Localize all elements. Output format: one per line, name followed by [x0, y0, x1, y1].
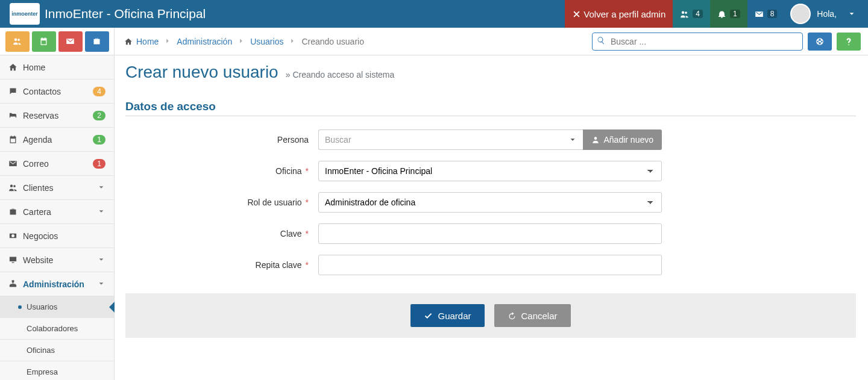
sidebar-label: Website — [23, 255, 97, 265]
sidebar-label: Negocios — [23, 231, 105, 241]
sidebar-sub-usuarios[interactable]: Usuarios — [0, 296, 114, 318]
mail-badge: 8 — [767, 10, 778, 18]
chevron-down-icon — [97, 255, 105, 264]
sidebar-item-correo[interactable]: Correo 1 — [0, 152, 114, 176]
rol-select[interactable]: Administrador de oficina — [318, 192, 662, 213]
bell-icon — [717, 10, 726, 19]
sidebar-item-negocios[interactable]: Negocios — [0, 224, 114, 248]
sidebar-label: Contactos — [23, 87, 93, 96]
cancel-button[interactable]: Cancelar — [494, 304, 571, 327]
screen-icon — [8, 255, 17, 264]
quick-mail-button[interactable] — [58, 31, 83, 52]
sidebar-item-website[interactable]: Website — [0, 248, 114, 272]
users-icon — [13, 37, 22, 46]
sidebar-sub-label: Colaboradores — [27, 324, 78, 333]
sidebar-item-cartera[interactable]: Cartera — [0, 200, 114, 224]
sidebar-item-agenda[interactable]: Agenda 1 — [0, 128, 114, 152]
cancel-label: Cancelar — [521, 311, 558, 321]
globe-icon — [816, 37, 824, 46]
back-to-admin-button[interactable]: Volver a perfil admin — [565, 0, 673, 28]
add-new-button[interactable]: Añadir nuevo — [583, 129, 662, 150]
briefcase-icon — [92, 37, 101, 46]
sidebar-label: Cartera — [23, 207, 97, 217]
money-icon — [8, 231, 17, 240]
breadcrumb-admin[interactable]: Administración — [177, 37, 232, 46]
repita-clave-label: Repita clave * — [125, 260, 318, 270]
chat-icon — [8, 87, 17, 96]
user-greeting: Hola, — [817, 9, 837, 19]
briefcase-icon — [8, 207, 17, 216]
oficina-label: Oficina * — [125, 166, 318, 176]
clave-input[interactable] — [318, 223, 662, 244]
main-content: Crear nuevo usuario » Creando acceso al … — [115, 55, 868, 380]
sidebar-label: Administración — [23, 279, 97, 289]
sidebar-label: Clientes — [23, 183, 97, 193]
sidebar-label: Agenda — [23, 135, 93, 145]
app-title: InmoEnter - Oficina Principal — [45, 7, 565, 21]
persona-select[interactable]: Buscar — [318, 129, 583, 150]
sidebar-label: Home — [23, 63, 105, 72]
sidebar-item-reservas[interactable]: Reservas 2 — [0, 104, 114, 128]
sidebar-sub-empresa[interactable]: Empresa — [0, 361, 114, 380]
section-title: Datos de acceso — [125, 100, 856, 116]
rol-label: Rol de usuario * — [125, 198, 318, 207]
mail-icon — [755, 10, 764, 19]
persona-label: Persona — [125, 135, 318, 145]
sidebar-badge: 2 — [93, 111, 105, 120]
chevron-down-icon — [848, 10, 856, 18]
oficina-select[interactable]: InmoEnter - Oficina Principal — [318, 161, 662, 181]
repita-clave-input[interactable] — [318, 255, 662, 275]
avatar — [790, 4, 811, 24]
quick-briefcase-button[interactable] — [85, 31, 109, 52]
sidebar-sub-oficinas[interactable]: Oficinas — [0, 340, 114, 361]
calendar-icon — [8, 135, 17, 144]
sitemap-icon — [8, 279, 17, 288]
search-input[interactable] — [592, 33, 803, 51]
sidebar-badge: 1 — [93, 159, 105, 169]
clave-label: Clave * — [125, 229, 318, 238]
breadcrumb-users[interactable]: Usuarios — [250, 37, 283, 46]
chevron-right-icon — [237, 37, 245, 46]
globe-button[interactable] — [808, 33, 832, 51]
breadcrumb-home[interactable]: Home — [136, 37, 159, 46]
quick-calendar-button[interactable] — [32, 31, 56, 52]
question-icon — [844, 37, 853, 46]
home-icon — [8, 63, 17, 72]
sidebar-label: Correo — [23, 159, 93, 169]
sidebar-item-clientes[interactable]: Clientes — [0, 176, 114, 200]
quick-action-bar — [0, 28, 115, 55]
chevron-right-icon — [163, 37, 172, 46]
breadcrumb-current: Creando usuario — [301, 37, 364, 46]
page-title: Crear nuevo usuario — [125, 63, 278, 82]
help-button[interactable] — [837, 33, 861, 51]
sidebar-item-contactos[interactable]: Contactos 4 — [0, 79, 114, 104]
bell-badge: 1 — [730, 10, 740, 18]
chevron-down-icon — [97, 183, 105, 192]
save-button[interactable]: Guardar — [410, 304, 484, 327]
quick-users-button[interactable] — [5, 31, 30, 52]
page-subtitle: » Creando acceso al sistema — [286, 70, 395, 79]
search-area — [585, 28, 868, 55]
sidebar-label: Reservas — [23, 111, 93, 120]
topbar-mail-button[interactable]: 8 — [747, 0, 785, 28]
logo[interactable]: inmoenter — [10, 3, 40, 25]
bed-icon — [8, 111, 17, 120]
persona-placeholder: Buscar — [325, 135, 351, 145]
chevron-down-icon — [97, 207, 105, 216]
sidebar-item-home[interactable]: Home — [0, 55, 114, 79]
sidebar-sub-label: Usuarios — [27, 302, 57, 311]
actions-bar: Guardar Cancelar — [125, 293, 856, 338]
topbar-users-button[interactable]: 4 — [673, 0, 710, 28]
topbar-notifications-button[interactable]: 1 — [710, 0, 747, 28]
user-icon — [591, 135, 600, 144]
subbar: Home Administración Usuarios Creando usu… — [0, 28, 868, 55]
sidebar-item-administracion[interactable]: Administración — [0, 272, 114, 296]
topbar: inmoenter InmoEnter - Oficina Principal … — [0, 0, 868, 28]
users-badge: 4 — [693, 10, 703, 18]
chevron-down-icon — [97, 279, 105, 288]
user-menu[interactable]: Hola, — [784, 0, 868, 28]
mail-icon — [66, 37, 75, 46]
check-icon — [424, 311, 433, 320]
sidebar-sub-colaboradores[interactable]: Colaboradores — [0, 318, 114, 340]
back-to-admin-label: Volver a perfil admin — [583, 9, 665, 19]
